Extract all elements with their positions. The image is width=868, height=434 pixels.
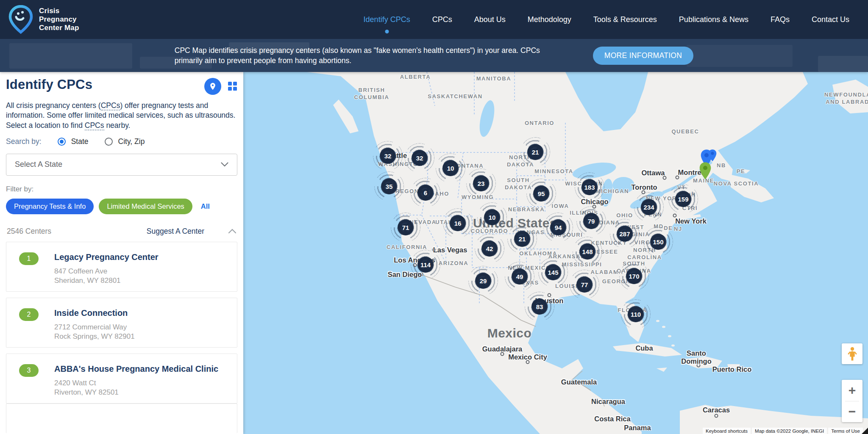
result-number-badge: 1	[19, 252, 39, 265]
nav-item-methodology[interactable]: Methodology	[528, 15, 571, 24]
active-nav-dot	[385, 30, 389, 33]
main-nav: Identify CPCsCPCsAbout UsMethodologyTool…	[364, 15, 849, 24]
nav-item-cpcs[interactable]: CPCs	[432, 15, 452, 24]
result-number-badge: 2	[19, 308, 39, 321]
radio-icon	[58, 138, 66, 146]
center-results-list: 1Legacy Pregnancy Center847 Coffeen AveS…	[6, 242, 237, 404]
nav-item-label: Publications & News	[679, 15, 748, 24]
location-pin-icon	[209, 82, 217, 91]
app-root: Crisis Pregnancy Center Map Identify CPC…	[0, 0, 868, 434]
nav-item-tools-resources[interactable]: Tools & Resources	[593, 15, 657, 24]
nav-item-label: Contact Us	[812, 15, 849, 24]
radio-state[interactable]: State	[58, 137, 89, 146]
suggest-a-center-link[interactable]: Suggest A Center	[147, 227, 204, 236]
banner-decoration	[818, 56, 868, 72]
zoom-control: + −	[842, 380, 862, 422]
zoom-in-button[interactable]: +	[842, 380, 862, 401]
banner-decoration	[687, 45, 793, 67]
sidebar-panel: Identify CPCs All crisis pregnancy cente…	[0, 72, 243, 434]
center-info: Legacy Pregnancy Center847 Coffeen AveSh…	[54, 252, 159, 291]
center-card-partial[interactable]	[6, 404, 237, 433]
state-select-dropdown[interactable]: Select A State	[6, 154, 237, 176]
nav-item-identify-cpcs[interactable]: Identify CPCs	[364, 15, 410, 24]
center-name: ABBA's House Pregnancy Medical Clinic	[54, 364, 218, 374]
map-canvas[interactable]: BRITISH COLUMBIAALBERTASASKATCHEWANMANIT…	[243, 72, 868, 434]
center-card[interactable]: 2Inside Connection2712 Commercial WayRoc…	[6, 298, 237, 348]
top-navbar: Crisis Pregnancy Center Map Identify CPC…	[0, 0, 868, 39]
attribution-corner-arrow[interactable]	[862, 428, 868, 434]
nav-item-label: Tools & Resources	[593, 15, 657, 24]
radio-city-zip-label: City, Zip	[118, 137, 145, 146]
center-address: 2712 Commercial WayRock Springs, WY 8290…	[54, 323, 135, 341]
map-pins-layer	[243, 72, 868, 434]
center-info: Inside Connection2712 Commercial WayRock…	[54, 308, 135, 347]
center-card[interactable]: 3ABBA's House Pregnancy Medical Clinic24…	[6, 354, 237, 404]
banner-decoration	[9, 43, 132, 69]
nav-item-publications-news[interactable]: Publications & News	[679, 15, 748, 24]
center-count: 2546 Centers	[7, 227, 147, 236]
nav-item-label: FAQs	[771, 15, 790, 24]
select-placeholder: Select A State	[15, 160, 62, 169]
info-banner: CPC Map identifies crisis pregnancy cent…	[0, 39, 868, 72]
keyboard-shortcuts-link[interactable]: Keyboard shortcuts	[703, 428, 751, 434]
map-data-credit: Map data ©2022 Google, INEGI	[752, 428, 827, 434]
grid-icon	[228, 87, 232, 91]
more-information-button[interactable]: MORE INFORMATION	[593, 47, 693, 65]
center-card[interactable]: 1Legacy Pregnancy Center847 Coffeen AveS…	[6, 242, 237, 292]
nav-item-contact-us[interactable]: Contact Us	[812, 15, 849, 24]
grid-view-button[interactable]	[228, 82, 237, 91]
nav-item-label: Identify CPCs	[364, 15, 410, 24]
grid-icon	[233, 87, 237, 91]
center-address: 847 Coffeen AveSheridan, WY 82801	[54, 267, 159, 285]
nav-item-about-us[interactable]: About Us	[474, 15, 506, 24]
collapse-chevron-icon[interactable]	[228, 229, 236, 234]
nav-item-label: CPCs	[432, 15, 452, 24]
center-info: ABBA's House Pregnancy Medical Clinic242…	[54, 364, 218, 403]
search-by-row: Search by: State City, Zip	[6, 137, 237, 146]
filter-pregnancy-tests[interactable]: Pregnancy Tests & Info	[6, 199, 94, 214]
map-view-button[interactable]	[204, 78, 221, 95]
page-title: Identify CPCs	[6, 77, 92, 92]
grid-icon	[233, 82, 237, 86]
center-address: 2420 Watt CtRiverton, WY 82501	[54, 379, 218, 397]
center-name: Inside Connection	[54, 308, 135, 318]
intro-text: All crisis pregnancy centers (CPCs) offe…	[6, 101, 237, 130]
blue-map-pin[interactable]	[708, 149, 717, 162]
map-attribution: Keyboard shortcuts Map data ©2022 Google…	[703, 428, 863, 434]
logo-text: Crisis Pregnancy Center Map	[39, 7, 79, 32]
filter-all-link[interactable]: All	[201, 202, 210, 210]
grid-icon	[228, 82, 232, 86]
filter-by-label: Filter by:	[6, 185, 237, 194]
nav-item-label: About Us	[474, 15, 506, 24]
site-logo[interactable]: Crisis Pregnancy Center Map	[8, 5, 79, 34]
logo-pin-icon	[8, 5, 33, 34]
result-number-badge: 3	[19, 364, 39, 377]
search-by-label: Search by:	[6, 137, 42, 146]
filter-limited-medical[interactable]: Limited Medical Services	[99, 199, 192, 214]
chevron-down-icon	[221, 162, 228, 167]
filter-row: Pregnancy Tests & Info Limited Medical S…	[6, 199, 237, 214]
nav-item-label: Methodology	[528, 15, 571, 24]
radio-state-label: State	[71, 137, 89, 146]
results-header-row: 2546 Centers Suggest A Center	[6, 227, 237, 236]
pegman-icon	[848, 347, 857, 361]
terms-of-use-link[interactable]: Terms of Use	[828, 428, 863, 434]
zoom-out-button[interactable]: −	[842, 401, 862, 423]
pegman-button[interactable]	[842, 343, 862, 364]
radio-icon	[105, 138, 113, 146]
banner-text: CPC Map identifies crisis pregnancy cent…	[175, 45, 562, 66]
cpc-term-link[interactable]: CPCs	[101, 101, 120, 111]
green-map-pin[interactable]	[699, 162, 712, 180]
center-name: Legacy Pregnancy Center	[54, 252, 159, 262]
nav-item-faqs[interactable]: FAQs	[771, 15, 790, 24]
radio-city-zip[interactable]: City, Zip	[105, 137, 145, 146]
cpc-term-link[interactable]: CPCs	[85, 121, 104, 130]
